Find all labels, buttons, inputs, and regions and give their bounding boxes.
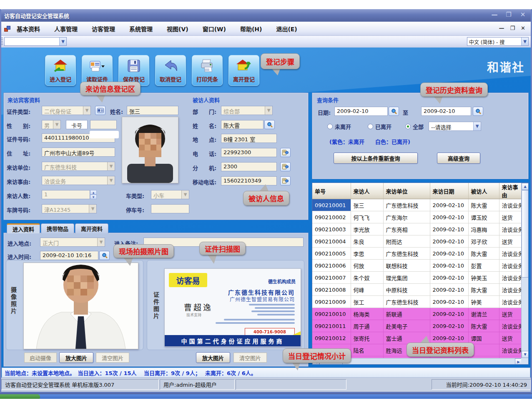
table-cell[interactable]: 2009-02-10	[430, 272, 468, 284]
quantity-stepper[interactable]: ▲▼	[90, 190, 97, 199]
table-cell[interactable]: 090210010	[312, 308, 351, 320]
quick-combo[interactable]: ▼	[4, 37, 67, 46]
minimize-icon[interactable]: —	[489, 11, 499, 18]
chevron-down-icon[interactable]: ▼	[89, 205, 96, 213]
radio-all[interactable]: 全部	[405, 123, 424, 130]
chevron-down-icon[interactable]: ▼	[59, 38, 66, 45]
table-cell[interactable]: 邓子欣	[468, 235, 499, 248]
table-cell[interactable]: 中原科技	[383, 284, 430, 296]
dial-phone-button[interactable]	[280, 148, 291, 157]
vehicle-type-select[interactable]: 小车▼	[151, 190, 189, 199]
requery-button[interactable]: 按以上条件重新查询	[334, 153, 418, 164]
zoom-photo-button[interactable]: 放大图片	[59, 352, 93, 363]
table-cell[interactable]: 新联通	[383, 308, 430, 320]
read-card-button[interactable]: 读取证件	[82, 55, 113, 86]
leave-register-button[interactable]: 离开登记	[228, 55, 259, 86]
tab-entry-info[interactable]: 进入资料	[7, 223, 40, 233]
taskbar-start-area[interactable]	[0, 394, 40, 399]
table-cell[interactable]: 2009-02-10	[430, 308, 468, 320]
table-cell[interactable]: 广东海尔	[383, 211, 430, 223]
dial-ext-button[interactable]	[280, 162, 291, 171]
radio-not-left[interactable]: 未离开	[327, 123, 351, 130]
table-cell[interactable]: 2009-02-10	[430, 284, 468, 296]
tab-leave-info[interactable]: 离开资料	[75, 223, 108, 233]
table-cell[interactable]: 李光放	[351, 223, 383, 235]
table-cell[interactable]: 090210004	[312, 235, 351, 248]
menu-item[interactable]: 访客管理	[92, 25, 115, 33]
table-cell[interactable]: 2009-02-10	[430, 260, 468, 272]
address-input[interactable]: 广州市中山大道89号	[42, 148, 115, 157]
cancel-register-button[interactable]: 取消登记	[155, 55, 186, 86]
table-cell[interactable]: 周于通	[351, 320, 383, 332]
table-cell[interactable]: 090210012	[312, 332, 351, 344]
table-cell[interactable]: 朱良	[351, 235, 383, 248]
search-person-button[interactable]	[264, 120, 275, 129]
table-cell[interactable]: 陈大雷	[468, 284, 499, 296]
table-cell[interactable]: 洽谈业务	[499, 320, 521, 332]
table-cell[interactable]: 理光集团	[383, 272, 430, 284]
menu-item[interactable]: 人事管理	[54, 25, 78, 33]
chevron-down-icon[interactable]: ▼	[265, 106, 272, 115]
chevron-down-icon[interactable]: ▼	[107, 176, 115, 185]
table-row[interactable]: 090210008何峰中原科技2009-02-10陈大雷洽谈业务	[312, 284, 521, 296]
table-cell[interactable]: 洽谈业务	[499, 344, 521, 356]
table-cell[interactable]: 090210003	[312, 223, 351, 235]
table-cell[interactable]: 送货	[499, 235, 521, 248]
zoom-card-button[interactable]: 放大图片	[196, 352, 230, 363]
people-count-input[interactable]: 1	[42, 190, 90, 199]
id-card-reader-button[interactable]	[95, 106, 105, 115]
table-cell[interactable]: 赴美电子	[383, 320, 430, 332]
table-cell[interactable]: 广东德生科技	[383, 296, 430, 308]
chevron-down-icon[interactable]: ▼	[181, 190, 189, 199]
table-cell[interactable]: 送货	[499, 211, 521, 223]
date-to-picker-button[interactable]	[473, 107, 483, 116]
table-row[interactable]: 090210005李思广东德生科技2009-02-10陈大雷洽谈业务	[312, 248, 521, 260]
table-cell[interactable]: 090210007	[312, 272, 351, 284]
column-header[interactable]: 单号	[312, 183, 351, 199]
chevron-down-icon[interactable]: ▼	[473, 122, 481, 130]
gender-select[interactable]: 男▼	[42, 120, 61, 129]
chevron-down-icon[interactable]: ▼	[97, 238, 105, 246]
cert-type-select[interactable]: 二代身份证▼	[42, 106, 91, 115]
table-cell[interactable]: 张寄托	[351, 332, 383, 344]
table-cell[interactable]: 谢清兰	[468, 308, 499, 320]
interviewee-name-input[interactable]: 陈大雷	[221, 120, 263, 129]
table-row[interactable]: 090210002何飞飞广东海尔2009-02-10谭玉姣送货	[312, 211, 521, 223]
column-header[interactable]: 来访人	[351, 183, 383, 199]
mdi-minimize-icon[interactable]: —	[499, 25, 504, 31]
table-cell[interactable]: 洽谈业务	[499, 296, 521, 308]
table-cell[interactable]: 附而达	[383, 235, 430, 248]
table-cell[interactable]: 送货	[499, 332, 521, 344]
dial-mobile-button[interactable]	[280, 176, 291, 185]
tab-carried-items[interactable]: 携带物品	[41, 223, 74, 233]
table-cell[interactable]: 090210001	[312, 199, 351, 211]
card-no-input[interactable]	[90, 120, 117, 129]
chevron-down-icon[interactable]: ▼	[107, 162, 115, 170]
table-row[interactable]: 090210004朱良附而达2009-02-10邓子欣送货	[312, 235, 521, 248]
table-cell[interactable]: 陈大雷	[468, 320, 499, 332]
dept-select[interactable]: 综合部▼	[221, 106, 273, 115]
menu-item[interactable]: 系统管理	[129, 25, 153, 33]
menu-item[interactable]: 退出(E)	[276, 25, 297, 33]
column-header[interactable]: 来访事由	[499, 183, 521, 199]
vertical-scrollbar[interactable]: ▲ ▼	[521, 183, 528, 358]
table-row[interactable]: 090210009张工广东德生科技2009-02-10钟美洽谈业务	[312, 296, 521, 308]
entry-time-picker-button[interactable]	[99, 251, 110, 260]
table-cell[interactable]: 090210009	[312, 296, 351, 308]
taskbar-sliver[interactable]	[0, 394, 532, 399]
table-cell[interactable]: 2009-02-10	[430, 235, 468, 248]
table-cell[interactable]: 洽谈业务	[499, 223, 521, 235]
menu-item[interactable]: 基本资料	[17, 25, 40, 33]
scroll-up-icon[interactable]: ▲	[522, 183, 529, 190]
start-camera-button[interactable]: 启动摄像	[24, 353, 57, 363]
table-cell[interactable]: 钟美	[468, 296, 499, 308]
visitor-name-input[interactable]: 张三	[127, 106, 178, 115]
restore-icon[interactable]: ❐	[504, 11, 514, 18]
table-cell[interactable]: 2009-02-10	[430, 211, 468, 223]
table-cell[interactable]: 杨海类	[351, 308, 383, 320]
table-cell[interactable]: 谭国	[468, 332, 499, 344]
table-cell[interactable]: 洽谈业务	[499, 260, 521, 272]
table-cell[interactable]: 090210002	[312, 211, 351, 223]
column-header[interactable]: 来访日期	[430, 183, 468, 199]
column-header[interactable]: 被访人	[468, 183, 499, 199]
